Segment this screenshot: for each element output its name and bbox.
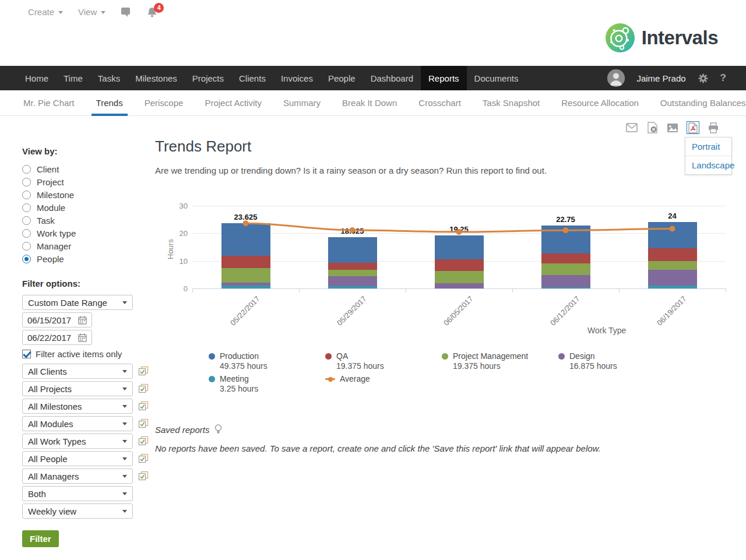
pdf-landscape-option[interactable]: Landscape (685, 156, 731, 174)
radio-button[interactable] (22, 255, 31, 263)
saved-reports-heading: Saved reports (155, 425, 209, 435)
calendar-icon[interactable] (78, 316, 87, 325)
image-export-icon[interactable] (666, 121, 679, 134)
legend-label: Average (340, 374, 370, 384)
create-menu[interactable]: Create (23, 3, 68, 20)
multi-select-list-icon[interactable] (138, 471, 149, 481)
filter-active-checkbox[interactable] (22, 350, 31, 358)
weekly-view-select[interactable]: Weekly view (22, 503, 133, 519)
nav-item-milestones[interactable]: Milestones (128, 66, 185, 90)
nav-item-clients[interactable]: Clients (231, 66, 273, 90)
filter-button[interactable]: Filter (22, 530, 59, 547)
lightbulb-icon[interactable] (214, 424, 222, 435)
print-icon[interactable] (707, 121, 720, 134)
nav-item-time[interactable]: Time (56, 66, 90, 90)
view-by-option-manager[interactable]: Manager (22, 240, 155, 252)
saved-reports-section: Saved reports No reports have been saved… (155, 424, 726, 453)
bar-segment-qa (328, 263, 377, 270)
legend-value: 19.375 hours (442, 361, 558, 371)
sub-nav-item-task-snapshot[interactable]: Task Snapshot (483, 90, 540, 116)
view-by-option-milestone[interactable]: Milestone (22, 188, 155, 201)
sub-nav-item-outstanding-balances[interactable]: Outstanding Balances (660, 90, 746, 116)
user-name[interactable]: Jaime Prado (636, 73, 685, 83)
radio-button[interactable] (22, 191, 31, 199)
legend-item-qa: QA19.375 hours (325, 351, 442, 371)
radio-button[interactable] (22, 203, 31, 212)
sub-nav-item-project-activity[interactable]: Project Activity (205, 90, 262, 116)
settings-gear-icon[interactable] (698, 73, 709, 84)
multi-select-list-icon[interactable] (138, 453, 149, 464)
y-tick-label: 10 (168, 257, 188, 266)
view-menu[interactable]: View (73, 3, 110, 20)
bar-total-label: 18.625 (326, 227, 379, 235)
x-axis-tick (192, 288, 193, 293)
nav-item-home[interactable]: Home (17, 66, 56, 90)
chevron-down-icon (122, 492, 127, 495)
legend-line-icon (325, 378, 335, 380)
legend-item-meeting: Meeting3.25 hours (209, 374, 325, 394)
date-range-select[interactable]: Custom Date Range (22, 295, 133, 310)
all-work-types-select[interactable]: All Work Types (22, 434, 133, 449)
all-managers-select[interactable]: All Managers (22, 469, 133, 484)
pdf-portrait-option[interactable]: Portrait (685, 138, 731, 156)
pdf-export-icon[interactable] (687, 121, 699, 134)
view-by-option-project[interactable]: Project (22, 175, 155, 188)
nav-item-documents[interactable]: Documents (467, 66, 526, 90)
view-by-option-client[interactable]: Client (22, 163, 155, 175)
all-projects-select[interactable]: All Projects (22, 381, 133, 396)
radio-label: Task (37, 216, 55, 226)
sub-nav-item-periscope[interactable]: Periscope (145, 90, 184, 116)
all-people-select[interactable]: All People (22, 451, 133, 466)
multi-select-list-icon[interactable] (138, 366, 149, 376)
multi-select-list-icon[interactable] (138, 401, 149, 411)
all-modules-select[interactable]: All Modules (22, 416, 133, 431)
bar-segment-qa (221, 256, 270, 268)
multi-select-list-icon[interactable] (138, 418, 149, 429)
all-clients-select[interactable]: All Clients (22, 364, 133, 379)
notifications-bell-icon[interactable]: 4 (142, 4, 163, 20)
sub-nav-item-summary[interactable]: Summary (283, 90, 321, 116)
multi-select-list-icon[interactable] (138, 383, 149, 394)
chevron-down-icon (122, 440, 127, 443)
nav-item-people[interactable]: People (321, 66, 363, 90)
user-avatar[interactable] (607, 69, 625, 87)
legend-item-project-management: Project Management19.375 hours (442, 351, 558, 371)
all-milestones-select[interactable]: All Milestones (22, 399, 133, 414)
radio-label: Work type (37, 228, 76, 238)
email-report-icon[interactable] (625, 121, 638, 134)
sub-nav-item-crosschart[interactable]: Crosschart (418, 90, 461, 116)
help-icon[interactable]: ? (720, 72, 726, 84)
nav-item-tasks[interactable]: Tasks (90, 66, 128, 90)
view-by-option-module[interactable]: Module (22, 201, 155, 214)
nav-item-projects[interactable]: Projects (185, 66, 231, 90)
bar-segment-qa (648, 248, 697, 260)
nav-item-dashboard[interactable]: Dashboard (363, 66, 421, 90)
start-date-input[interactable]: 06/15/2017 (22, 312, 92, 327)
both-select[interactable]: Both (22, 486, 133, 501)
bar-segment-qa (541, 253, 590, 263)
view-by-option-task[interactable]: Task (22, 214, 155, 227)
radio-button[interactable] (22, 178, 31, 186)
radio-button[interactable] (22, 229, 31, 238)
filter-active-items-row[interactable]: Filter active items only (22, 349, 155, 359)
end-date-input[interactable]: 06/22/2017 (22, 330, 92, 345)
x-axis-tick (299, 288, 300, 293)
sub-nav-item-resource-allocation[interactable]: Resource Allocation (561, 90, 639, 116)
calendar-icon[interactable] (78, 333, 87, 342)
multi-select-list-icon[interactable] (138, 436, 149, 446)
sub-nav-item-trends[interactable]: Trends (96, 90, 123, 116)
nav-item-reports[interactable]: Reports (421, 66, 467, 90)
comments-icon[interactable] (116, 5, 136, 20)
radio-button[interactable] (22, 216, 31, 225)
nav-item-invoices[interactable]: Invoices (273, 66, 321, 90)
filter-active-label: Filter active items only (36, 349, 122, 359)
view-by-option-people[interactable]: People (22, 252, 155, 265)
excel-export-icon[interactable] (646, 121, 659, 134)
radio-button[interactable] (22, 165, 31, 174)
sub-nav-item-break-it-down[interactable]: Break It Down (342, 90, 397, 116)
view-by-option-work-type[interactable]: Work type (22, 227, 155, 240)
y-tick-label: 0 (168, 284, 188, 293)
radio-button[interactable] (22, 242, 31, 251)
bar-segment-project-management (221, 268, 270, 283)
sub-nav-item-mr-pie-chart[interactable]: Mr. Pie Chart (23, 90, 75, 116)
